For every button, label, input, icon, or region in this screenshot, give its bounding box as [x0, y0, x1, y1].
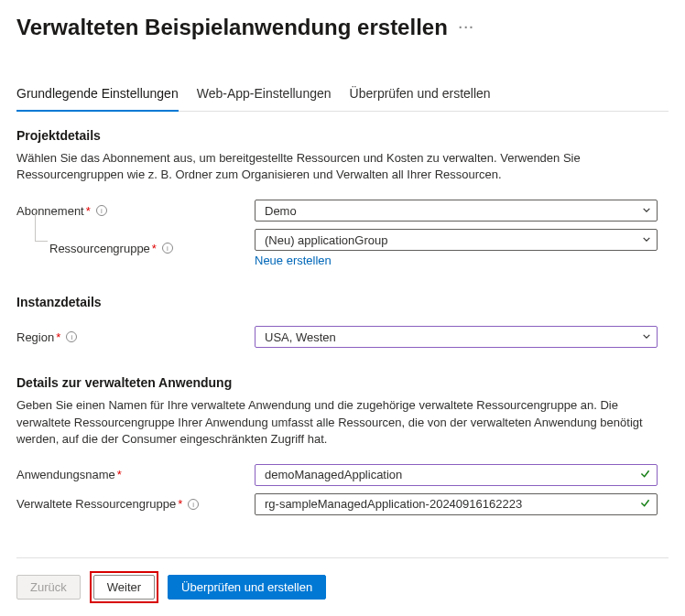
managed-app-details-description: Geben Sie einen Namen für Ihre verwaltet… [16, 397, 658, 448]
required-indicator: * [56, 330, 60, 344]
region-label: Region [16, 330, 54, 344]
footer-bar: Zurück Weiter Überprüfen und erstellen [16, 557, 669, 603]
back-button: Zurück [16, 575, 81, 600]
chevron-down-icon [642, 204, 651, 218]
region-value: USA, Westen [265, 330, 336, 344]
create-new-resourcegroup-link[interactable]: Neue erstellen [255, 254, 332, 267]
required-indicator: * [152, 242, 157, 255]
info-icon[interactable]: i [162, 243, 173, 254]
appname-input[interactable]: demoManagedApplication [255, 464, 658, 486]
chevron-down-icon [642, 233, 651, 247]
highlight-box: Weiter [90, 571, 158, 603]
managed-rg-label: Verwaltete Ressourcengruppe [16, 497, 176, 511]
project-details-description: Wählen Sie das Abonnement aus, um bereit… [16, 150, 658, 183]
info-icon[interactable]: i [96, 205, 107, 216]
managed-rg-input[interactable]: rg-sampleManagedApplication-202409161622… [255, 493, 658, 515]
validation-check-icon [639, 497, 651, 512]
tab-webapp-settings[interactable]: Web-App-Einstellungen [197, 81, 332, 112]
info-icon[interactable]: i [188, 499, 199, 510]
project-details-heading: Projektdetails [16, 128, 669, 143]
resourcegroup-select[interactable]: (Neu) applicationGroup [255, 229, 658, 251]
appname-value: demoManagedApplication [265, 468, 402, 481]
tabs: Grundlegende Einstellungen Web-App-Einst… [16, 81, 669, 112]
info-icon[interactable]: i [66, 331, 77, 342]
subscription-select[interactable]: Demo [255, 200, 658, 222]
resourcegroup-label: Ressourcengruppe [49, 242, 150, 255]
instance-details-heading: Instanzdetails [16, 295, 669, 309]
validation-check-icon [639, 468, 651, 482]
tree-connector [35, 212, 48, 242]
more-actions-icon[interactable]: ··· [459, 20, 475, 35]
resourcegroup-value: (Neu) applicationGroup [265, 233, 387, 247]
region-select[interactable]: USA, Westen [255, 326, 658, 348]
page-title: Verwalteten Beispielanwendung erstellen [16, 15, 448, 40]
required-indicator: * [86, 204, 91, 218]
chevron-down-icon [642, 330, 651, 344]
appname-label: Anwendungsname [16, 468, 115, 481]
managed-app-details-heading: Details zur verwalteten Anwendung [16, 375, 669, 390]
required-indicator: * [117, 468, 122, 481]
subscription-value: Demo [265, 204, 297, 218]
next-button[interactable]: Weiter [93, 575, 155, 600]
managed-rg-value: rg-sampleManagedApplication-202409161622… [265, 497, 522, 511]
tab-basic-settings[interactable]: Grundlegende Einstellungen [16, 81, 179, 112]
subscription-label: Abonnement [16, 204, 84, 218]
required-indicator: * [178, 497, 182, 511]
review-create-button[interactable]: Überprüfen und erstellen [168, 575, 326, 600]
tab-review-create[interactable]: Überprüfen und erstellen [350, 81, 491, 112]
